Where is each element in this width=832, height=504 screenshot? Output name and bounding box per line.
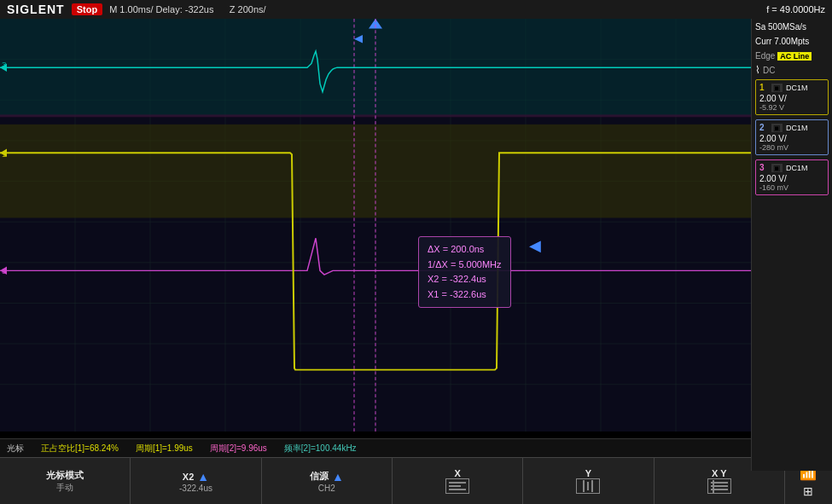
cursor-delta-x: ΔX = 200.0ns — [428, 242, 502, 258]
ch2-icon: ▣ — [771, 124, 783, 132]
ch1-icon: ▣ — [771, 84, 783, 92]
y-icon — [576, 478, 600, 494]
cursor-x2: X2 = -322.4us — [428, 272, 502, 287]
xy-icon — [707, 478, 731, 494]
xy-label: X Y — [712, 468, 727, 478]
scope-display: 1 3 3 ΔX = 200.0ns 1/ΔX = 5.000MHz X2 = … — [0, 19, 751, 432]
source-label: 信源 — [310, 470, 329, 483]
source-value: CH2 — [318, 484, 335, 493]
trigger-ac: AC Line — [777, 52, 812, 61]
memory-depth: Curr 7.00Mpts — [755, 37, 829, 46]
ch3-offset: -160 mV — [759, 183, 824, 192]
x-icon — [445, 478, 469, 494]
bottom-toolbar: 光标模式 手动 X2 ▲ -322.4us 信源 ▲ CH2 X Y — [0, 457, 832, 504]
ch1-coupling: DC1M — [786, 84, 808, 92]
source-btn[interactable]: 信源 ▲ CH2 — [262, 458, 393, 504]
ch2-coupling: DC1M — [786, 124, 808, 132]
ch3-block[interactable]: 3 ▣ DC1M 2.00 V/ -160 mV — [755, 159, 829, 195]
period1: 周期[1]=1.99us — [136, 443, 193, 455]
trigger-edge-row: ⌇ DC — [755, 64, 829, 76]
duty-cycle: 正占空比[1]=68.24% — [41, 443, 119, 455]
period2: 周期[2]=9.96us — [210, 443, 267, 455]
edge-icon: ⌇ — [755, 64, 760, 76]
cursor-mode-label: 光标模式 — [46, 469, 84, 482]
right-panel: Sa 500MSa/s Curr 7.00Mpts Edge AC Line ⌇… — [751, 19, 832, 471]
ch3-coupling: DC1M — [786, 164, 808, 172]
x-cursor-btn[interactable]: X — [393, 458, 523, 504]
top-timebase: M 1.00ms/ Delay: -322us Z 200ns/ — [109, 4, 766, 14]
x2-label: X2 — [183, 472, 194, 482]
ch3-scale: 2.00 V/ — [759, 174, 824, 183]
trigger-dc: DC — [763, 66, 775, 75]
x-label: X — [454, 468, 460, 478]
status-bar: 光标 正占空比[1]=68.24% 周期[1]=1.99us 周期[2]=9.9… — [0, 438, 751, 457]
ch3-num: 3 — [759, 163, 768, 172]
source-arrow: ▲ — [332, 470, 344, 484]
top-bar: SIGLENT Stop M 1.00ms/ Delay: -322us Z 2… — [0, 0, 832, 19]
cursor-inv-delta-x: 1/ΔX = 5.000MHz — [428, 258, 502, 273]
top-frequency: f = 49.0000Hz — [766, 4, 832, 14]
ch2-num: 2 — [759, 123, 768, 132]
ch1-num: 1 — [759, 83, 768, 92]
ch1-scale: 2.00 V/ — [759, 94, 824, 103]
stop-badge: Stop — [72, 3, 102, 15]
cursor-mode-value: 手动 — [56, 482, 73, 494]
cursor-popup: ΔX = 200.0ns 1/ΔX = 5.000MHz X2 = -322.4… — [418, 236, 511, 308]
ch2-scale: 2.00 V/ — [759, 134, 824, 143]
siglent-logo: SIGLENT — [0, 3, 72, 16]
waveform-svg: 1 3 3 — [0, 19, 751, 432]
x2-arrow: ▲ — [197, 470, 209, 484]
grid-icon: ⊞ — [803, 484, 813, 498]
ch1-block[interactable]: 1 ▣ DC1M 2.00 V/ -5.92 V — [755, 79, 829, 115]
cursor-x1: X1 = -322.6us — [428, 287, 502, 303]
cursor-mode-btn[interactable]: 光标模式 手动 — [0, 458, 131, 504]
cursor-label: 光标 — [7, 443, 24, 455]
cursor-direction-arrow: ◀ — [529, 236, 541, 255]
freq2: 频率[2]=100.44kHz — [284, 443, 357, 455]
sample-rate: Sa 500MSa/s — [755, 22, 829, 32]
ch3-icon: ▣ — [771, 164, 783, 172]
trigger-row: Edge AC Line — [755, 51, 829, 61]
ch1-offset: -5.92 V — [759, 103, 824, 112]
ch2-offset: -280 mV — [759, 143, 824, 152]
x2-btn[interactable]: X2 ▲ -322.4us — [131, 458, 261, 504]
x2-value: -322.4us — [179, 484, 212, 493]
y-label: Y — [585, 468, 591, 478]
edge-label: Edge — [755, 51, 775, 61]
ch2-block[interactable]: 2 ▣ DC1M 2.00 V/ -280 mV — [755, 119, 829, 155]
y-cursor-btn[interactable]: Y — [523, 458, 654, 504]
